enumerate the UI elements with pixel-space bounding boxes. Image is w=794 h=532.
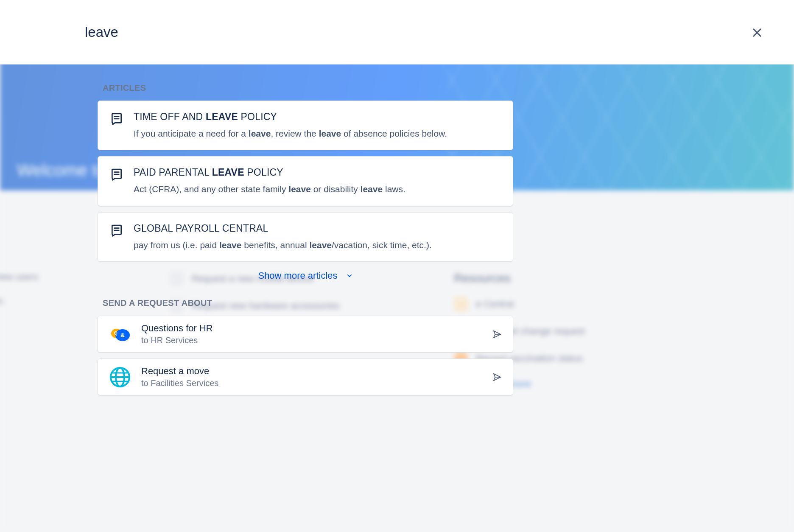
send-icon — [492, 372, 502, 382]
article-card[interactable]: GLOBAL PAYROLL CENTRAL pay from us (i.e.… — [98, 212, 513, 262]
articles-section-label: ARTICLES — [103, 83, 513, 93]
requests-section-label: SEND A REQUEST ABOUT — [103, 298, 513, 308]
article-excerpt: pay from us (i.e. paid leave benefits, a… — [134, 239, 501, 251]
article-title: PAID PARENTAL LEAVE POLICY — [134, 167, 501, 178]
chevron-down-icon — [346, 272, 353, 279]
article-excerpt: If you anticipate a need for a leave, re… — [134, 128, 501, 140]
search-overlay: ARTICLES TIME OFF AND LEAVE POLICY If yo… — [0, 0, 794, 532]
article-title: TIME OFF AND LEAVE POLICY — [134, 111, 501, 123]
show-more-articles-button[interactable]: Show more articles — [98, 270, 513, 281]
show-more-label: Show more articles — [258, 270, 337, 281]
questions-icon: & Q — [109, 323, 131, 345]
request-card[interactable]: Request a move to Facilities Services — [98, 358, 513, 395]
article-excerpt: Act (CFRA), and any other state family l… — [134, 183, 501, 195]
svg-text:Q: Q — [114, 331, 117, 336]
article-icon — [110, 224, 123, 237]
svg-text:&: & — [120, 332, 125, 339]
globe-icon — [109, 366, 131, 388]
article-icon — [110, 112, 123, 126]
search-bar — [0, 0, 794, 64]
send-icon — [492, 330, 502, 339]
results-panel: ARTICLES TIME OFF AND LEAVE POLICY If yo… — [0, 64, 794, 532]
request-subtitle: to HR Services — [141, 336, 482, 345]
article-card[interactable]: PAID PARENTAL LEAVE POLICY Act (CFRA), a… — [98, 156, 513, 206]
close-button[interactable] — [747, 23, 767, 42]
article-title: GLOBAL PAYROLL CENTRAL — [134, 223, 501, 234]
request-title: Request a move — [141, 366, 482, 377]
request-title: Questions for HR — [141, 323, 482, 334]
close-icon — [751, 27, 763, 39]
search-input[interactable] — [85, 24, 769, 40]
article-card[interactable]: TIME OFF AND LEAVE POLICY If you anticip… — [98, 101, 513, 150]
request-subtitle: to Facilities Services — [141, 378, 482, 388]
request-card[interactable]: & Q Questions for HR to HR Services — [98, 316, 513, 353]
article-icon — [110, 168, 123, 181]
